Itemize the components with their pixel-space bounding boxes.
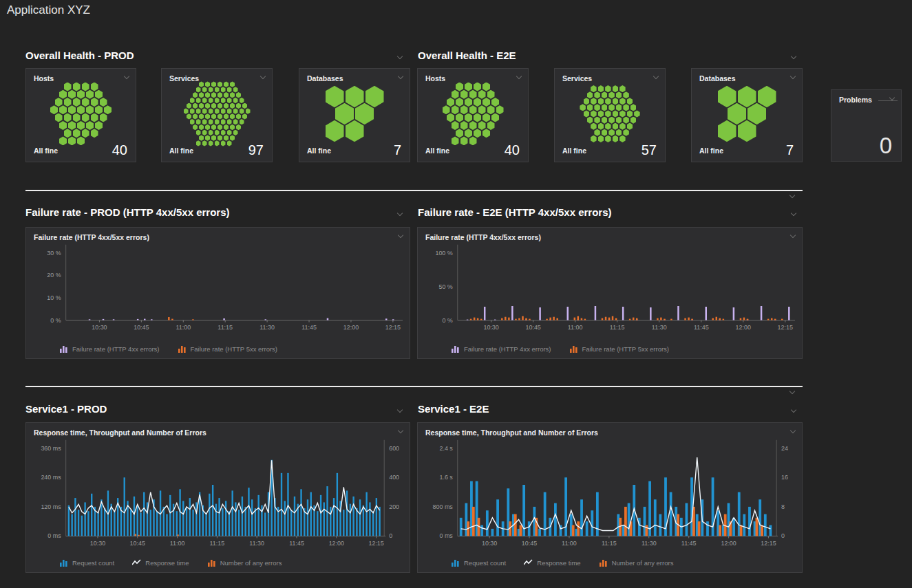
bar: [659, 514, 661, 536]
hexagon: [209, 130, 213, 135]
legend-item[interactable]: Failure rate (HTTP 4xx errors): [451, 345, 551, 353]
axis-tick-label: 12:15: [385, 324, 401, 331]
hexagon: [233, 119, 238, 124]
health-tile-prod-databases[interactable]: Databases All fine 7: [299, 68, 410, 162]
legend-item[interactable]: Request count: [451, 558, 506, 567]
problems-tile[interactable]: Problems 0: [831, 89, 902, 162]
hexagon: [221, 87, 226, 92]
legend-item[interactable]: Request count: [59, 558, 114, 567]
hexagon: [602, 104, 608, 111]
hexagon: [482, 129, 490, 138]
tile-title: Databases: [699, 74, 736, 83]
failure-prod-chart-tile[interactable]: 30 %20 %10 %0 %10:3010:4511:0011:1511:30…: [25, 227, 410, 359]
chevron-down-icon[interactable]: [790, 211, 796, 217]
bar: [677, 306, 679, 320]
bar: [612, 316, 613, 320]
hexagon: [55, 98, 63, 107]
bar: [511, 306, 513, 320]
hexagon: [242, 103, 247, 109]
health-tile-e2e-hosts[interactable]: Hosts All fine 40: [417, 68, 529, 162]
chevron-down-icon[interactable]: [396, 408, 403, 414]
bar: [365, 492, 367, 536]
chevron-down-icon[interactable]: [789, 193, 795, 199]
bar: [520, 525, 522, 536]
legend-label: Number of any errors: [220, 559, 282, 567]
service-prod-chart-tile[interactable]: 360 ms240 ms120 ms0 ms600400200010:3010:…: [25, 422, 410, 573]
legend-item[interactable]: Response time: [132, 558, 189, 567]
chevron-down-icon[interactable]: [790, 54, 796, 61]
bar: [767, 319, 769, 320]
legend-item[interactable]: Failure rate (HTTP 5xx errors): [178, 345, 278, 353]
hexagon: [580, 104, 586, 111]
chevron-down-icon[interactable]: [789, 428, 796, 435]
failure-e2e-chart-tile[interactable]: 100 %50 %0 %10:3010:4511:0011:1511:3011:…: [417, 227, 803, 359]
hexagon: [587, 104, 593, 111]
chevron-down-icon[interactable]: [397, 428, 403, 435]
chevron-down-icon[interactable]: [653, 74, 659, 80]
bar: [467, 320, 468, 320]
chevron-down-icon[interactable]: [123, 74, 129, 80]
bar: [761, 525, 763, 536]
axis-tick-label: 11:30: [259, 324, 275, 331]
bar: [732, 518, 735, 536]
hexagon: [478, 90, 486, 99]
health-tile-prod-services[interactable]: Services All fine 97: [161, 68, 273, 162]
chevron-down-icon[interactable]: [397, 233, 403, 239]
hexagon: [246, 108, 251, 113]
axis-tick-label: 8: [781, 503, 785, 510]
chevron-down-icon[interactable]: [889, 96, 895, 102]
hexagon: [211, 113, 216, 119]
service-e2e-chart-tile[interactable]: 2.4 s1.6 s800 ms0 ms24168010:3010:4511:0…: [417, 422, 803, 573]
bar: [549, 318, 551, 320]
bar: [218, 498, 220, 536]
legend-item[interactable]: Number of any errors: [599, 558, 674, 567]
chevron-down-icon[interactable]: [396, 54, 403, 61]
hexagon: [460, 136, 468, 145]
health-tile-e2e-services[interactable]: Services All fine 57: [554, 68, 666, 162]
hexagon: [482, 83, 490, 91]
legend-item[interactable]: Number of any errors: [207, 558, 282, 567]
hexagon: [619, 85, 626, 92]
chevron-down-icon[interactable]: [789, 74, 796, 80]
hexagon: [64, 98, 72, 107]
chevron-down-icon[interactable]: [790, 408, 796, 414]
bar: [733, 307, 734, 320]
hexagon: [605, 85, 611, 92]
bar: [553, 317, 554, 320]
hexagon: [233, 98, 238, 103]
chevron-down-icon[interactable]: [396, 211, 403, 217]
hexagon: [184, 108, 189, 113]
legend-item[interactable]: Failure rate (HTTP 5xx errors): [569, 345, 670, 353]
chevron-down-icon[interactable]: [789, 389, 795, 395]
hexagon: [452, 90, 459, 99]
hexagon: [491, 113, 499, 122]
section-divider: [25, 190, 803, 191]
hexagon: [627, 123, 633, 130]
bar: [572, 525, 575, 536]
axis-tick-label: 10:45: [134, 324, 149, 331]
bar: [706, 307, 707, 320]
bar: [501, 318, 502, 320]
bar: [333, 498, 335, 536]
axis-tick-label: 10:45: [130, 540, 145, 547]
axis-tick-label: 200: [389, 503, 399, 510]
legend-item[interactable]: Response time: [524, 558, 580, 567]
hexagon: [100, 98, 107, 107]
hexagon: [594, 117, 600, 124]
bar: [352, 497, 354, 536]
axis-tick-label: 11:15: [602, 540, 617, 547]
chevron-down-icon[interactable]: [397, 74, 403, 80]
health-tile-prod-hosts[interactable]: Hosts All fine 40: [25, 68, 136, 162]
hexagon: [491, 98, 499, 107]
axis-tick-label: 30 %: [47, 250, 61, 257]
chevron-down-icon[interactable]: [259, 74, 266, 80]
legend-label: Failure rate (HTTP 5xx errors): [191, 345, 278, 353]
hexagon: [221, 108, 226, 113]
chevron-down-icon[interactable]: [789, 233, 796, 239]
axis-tick-label: 11:45: [694, 324, 709, 331]
chevron-down-icon[interactable]: [516, 74, 522, 80]
health-tile-e2e-databases[interactable]: Databases All fine 7: [691, 68, 803, 162]
axis-tick-label: 10:30: [482, 540, 497, 547]
hexagon: [77, 105, 85, 114]
legend-item[interactable]: Failure rate (HTTP 4xx errors): [59, 345, 160, 353]
